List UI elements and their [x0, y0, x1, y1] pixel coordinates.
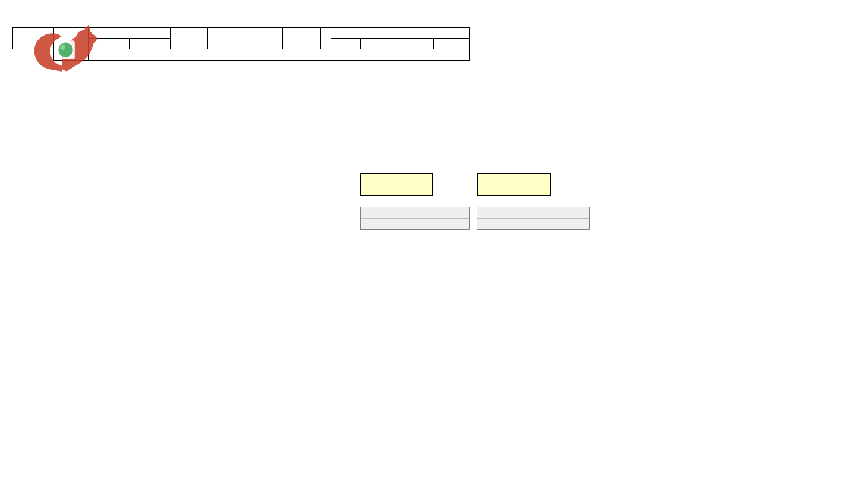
summ-value-0-4: [478, 185, 550, 196]
summ-label: [478, 174, 550, 185]
header-ai[interactable]: [207, 27, 244, 49]
header-by-height-hi[interactable]: [551, 38, 590, 49]
flatness-value: [477, 219, 589, 229]
deviation-value: [361, 219, 469, 229]
header-slope-0-12-correction[interactable]: [331, 38, 361, 49]
header-correction[interactable]: [244, 27, 283, 49]
summ-value-0-12: [361, 185, 432, 196]
header-i[interactable]: [53, 49, 89, 61]
header-right-b[interactable]: [129, 38, 171, 49]
header-slope-0-4-hi[interactable]: [433, 38, 470, 49]
header-scale-note[interactable]: [88, 49, 470, 61]
header-level-readings[interactable]: [88, 27, 171, 39]
deviation-box[interactable]: [360, 207, 470, 230]
header-by-height-correction[interactable]: [516, 38, 551, 49]
header-by-height[interactable]: [477, 38, 516, 49]
header-slope-0-4[interactable]: [397, 27, 470, 39]
header-slope-0-12[interactable]: [331, 27, 397, 39]
header-slope-0-12-hi[interactable]: [360, 38, 397, 49]
spreadsheet-app: [0, 0, 846, 504]
header-division[interactable]: [12, 27, 54, 49]
header-avg[interactable]: [170, 27, 208, 49]
header-gap-cell[interactable]: [320, 27, 331, 49]
summ-label: [361, 174, 432, 185]
deviation-label: [361, 207, 469, 219]
summ-box-0-4[interactable]: [477, 173, 551, 196]
flatness-label: [477, 207, 589, 219]
header-point-number[interactable]: [53, 27, 89, 49]
flatness-box[interactable]: [477, 207, 590, 230]
header-hi0[interactable]: [282, 27, 321, 49]
summ-box-0-12[interactable]: [360, 173, 433, 196]
header-left-a[interactable]: [88, 38, 130, 49]
header-slope-0-4-correction[interactable]: [397, 38, 434, 49]
